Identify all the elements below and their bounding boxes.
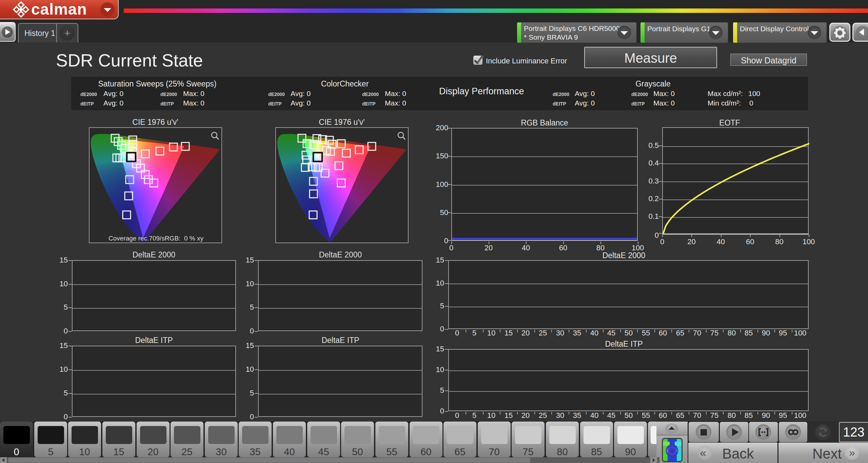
svg-text:Coverage rec.709/sRGB: 0 % xy: Coverage rec.709/sRGB: 0 % xy [108,235,203,242]
svg-text:calman: calman [31,0,87,18]
